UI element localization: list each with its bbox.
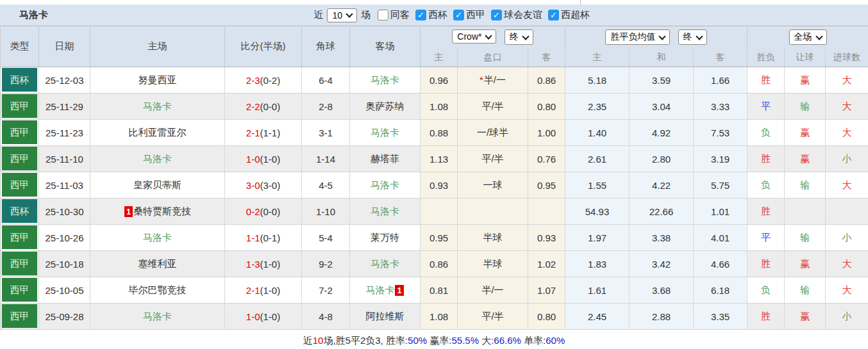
away-team-cell: 马洛卡 <box>350 251 421 277</box>
euro-average-select[interactable]: 胜平负均值 <box>605 29 670 45</box>
asian-home-odds-cell: 0.95 <box>421 225 458 251</box>
asian-home-odds-cell: 0.93 <box>421 172 458 199</box>
half-score: (1-0) <box>260 259 281 270</box>
summary-text-part: 大: <box>479 335 494 346</box>
team-name[interactable]: 马洛卡 <box>371 74 399 85</box>
scope-select[interactable]: 全场 <box>789 29 827 45</box>
chevron-down-icon <box>659 33 666 40</box>
score-cell: 2-3(0-2) <box>225 67 302 93</box>
competition-badge: 西甲 <box>2 173 37 197</box>
euro-home-odds-cell: 5.18 <box>565 67 630 93</box>
league-checkbox-label: 西杯 <box>428 9 447 21</box>
team-name[interactable]: 马洛卡 <box>143 232 172 243</box>
recent-label: 近 <box>313 9 323 21</box>
team-name[interactable]: 毕尔巴鄂竞技 <box>129 284 187 295</box>
euro-time-select[interactable]: 终 <box>678 29 707 45</box>
bookmaker-select[interactable]: Crow* <box>452 29 496 44</box>
euro-home-odds-cell: 2.45 <box>565 304 630 330</box>
score-cell: 2-1(1-0) <box>225 277 302 304</box>
team-name[interactable]: 马洛卡 <box>143 101 172 111</box>
asian-time-select[interactable]: 终 <box>505 29 533 45</box>
away-team-cell: 阿拉维斯 <box>350 304 421 330</box>
league-checkbox[interactable] <box>491 10 502 20</box>
match-row: 西甲25-10-05毕尔巴鄂竞技2-1(1-0)7-2马洛卡10.81半/一1.… <box>1 277 868 304</box>
team-name[interactable]: 皇家贝蒂斯 <box>133 179 181 190</box>
recent-count-select[interactable]: 10 <box>327 8 357 22</box>
home-team-cell: 毕尔巴鄂竞技 <box>90 277 225 304</box>
match-row: 西甲25-11-10马洛卡1-0(1-0)1-14赫塔菲1.13平/半0.762… <box>1 146 868 172</box>
team-name[interactable]: 莱万特 <box>371 232 399 243</box>
goals-result-cell: 大 <box>826 251 868 277</box>
league-checkbox[interactable] <box>415 10 426 20</box>
euro-home-odds-cell: 1.61 <box>565 277 630 304</box>
asian-away-odds-cell: 1.00 <box>528 120 565 146</box>
team-name[interactable]: 马洛卡 <box>371 179 399 190</box>
asian-line-value: 半球 <box>483 258 503 269</box>
matches-label: 场 <box>361 9 371 21</box>
euro-average-select-value: 胜平负均值 <box>610 31 655 43</box>
corners-cell: 4-5 <box>302 172 350 199</box>
goals-result-cell: 小 <box>826 225 868 251</box>
team-name[interactable]: 努曼西亚 <box>138 74 177 85</box>
euro-home-odds-cell: 54.93 <box>565 199 630 225</box>
score-cell: 3-0(3-0) <box>225 172 302 199</box>
team-name[interactable]: 奥萨苏纳 <box>366 101 405 111</box>
handicap-value: 输 <box>800 101 810 111</box>
team-name[interactable]: 塞维利亚 <box>138 258 177 269</box>
half-score: (0-1) <box>260 232 281 243</box>
team-name[interactable]: 马洛卡 <box>371 127 399 138</box>
euro-home-odds-cell: 1.83 <box>565 251 630 277</box>
euro-time-select-value: 终 <box>683 31 692 43</box>
date-cell: 25-11-29 <box>39 93 90 120</box>
team-name[interactable]: 赫塔菲 <box>371 153 399 164</box>
summary-text-part: 近 <box>303 335 313 346</box>
col-header-score: 比分(半场) <box>225 26 302 67</box>
asian-away-odds-cell: 0.95 <box>528 172 565 199</box>
score-cell: 1-1(0-1) <box>225 225 302 251</box>
full-score: 1-1 <box>246 232 260 243</box>
euro-odds-group-header: 胜平负均值 终 <box>565 26 747 49</box>
summary-text-part: 10 <box>313 335 324 346</box>
league-checkbox-label: 球会友谊 <box>504 9 542 21</box>
goals-value: 大 <box>842 284 852 295</box>
league-checkbox[interactable] <box>453 10 464 20</box>
home-team-cell: 马洛卡 <box>90 225 225 251</box>
goals-result-cell <box>826 199 868 225</box>
full-score: 1-0 <box>246 311 260 322</box>
score-cell: 2-1(1-1) <box>225 120 302 146</box>
team-name[interactable]: 马洛卡 <box>371 206 399 216</box>
league-checkbox[interactable] <box>548 10 559 20</box>
home-team-cell: 1桑特贾斯竞技 <box>90 199 225 225</box>
asian-line-cell: 平/半 <box>458 304 528 330</box>
match-row: 西甲25-11-29马洛卡2-2(0-0)2-8奥萨苏纳1.08平/半0.802… <box>1 93 868 120</box>
outcome-cell: 胜 <box>747 67 785 93</box>
euro-draw-odds-cell: 2.88 <box>630 304 694 330</box>
full-score: 2-2 <box>246 101 260 112</box>
team-name[interactable]: 桑特贾斯竞技 <box>133 206 191 216</box>
team-name[interactable]: 马洛卡 <box>365 284 394 295</box>
asian-line-value: 半/一 <box>484 74 506 85</box>
euro-home-odds-cell: 1.55 <box>565 172 630 199</box>
asian-away-odds-cell: 0.80 <box>528 93 565 120</box>
goals-value: 大 <box>842 258 852 269</box>
sub-header-asian-line: 盘口 <box>458 48 528 67</box>
team-name[interactable]: 马洛卡 <box>143 153 172 164</box>
summary-text-part: 场,胜5平2负3, 胜率: <box>323 335 408 346</box>
date-cell: 25-11-03 <box>39 172 90 199</box>
outcome-value: 负 <box>761 127 771 138</box>
corners-cell: 4-8 <box>302 304 350 330</box>
summary-text-part: 60% <box>546 335 565 346</box>
asian-away-odds-cell: 1.02 <box>528 251 565 277</box>
match-row: 西甲25-09-28马洛卡1-0(1-0)4-8阿拉维斯1.08平/半0.802… <box>1 304 868 330</box>
team-name[interactable]: 马洛卡 <box>371 258 399 269</box>
corners-cell: 1-14 <box>302 146 350 172</box>
team-name[interactable]: 马洛卡 <box>143 311 172 321</box>
euro-away-odds-cell: 3.35 <box>694 304 747 330</box>
team-name[interactable]: 比利亚雷亚尔 <box>129 127 187 138</box>
euro-home-odds-cell: 1.40 <box>565 120 630 146</box>
same-opponent-checkbox[interactable] <box>378 10 388 20</box>
summary-footer: 近10场,胜5平2负3, 胜率:50% 赢率:55.5% 大:66.6% 单率:… <box>0 330 868 349</box>
team-name[interactable]: 阿拉维斯 <box>366 311 405 321</box>
asian-home-odds-cell: 1.08 <box>421 304 458 330</box>
euro-draw-odds-cell: 3.42 <box>630 251 694 277</box>
